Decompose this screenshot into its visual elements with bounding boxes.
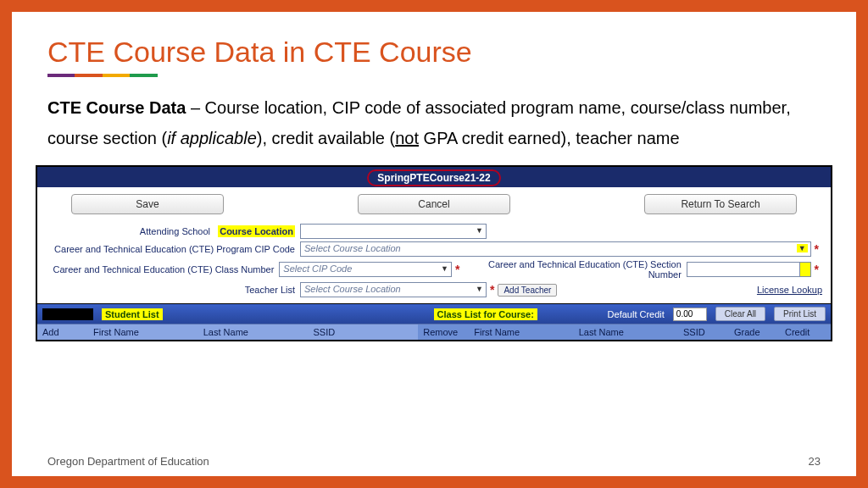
required-star-icon: * bbox=[490, 283, 494, 297]
return-button[interactable]: Return To Search bbox=[644, 194, 797, 214]
col-ssid: SSID bbox=[678, 324, 729, 340]
license-lookup-link[interactable]: License Lookup bbox=[757, 285, 822, 295]
teacher-list-label: Teacher List bbox=[46, 285, 300, 295]
desc-p3: GPA credit earned), teacher name bbox=[419, 129, 680, 147]
class-number-label: Career and Technical Education (CTE) Cla… bbox=[46, 264, 279, 274]
default-credit-label: Default Credit bbox=[608, 309, 665, 319]
col-grade: Grade bbox=[729, 324, 780, 340]
col-credit: Credit bbox=[780, 324, 831, 340]
col-last-name: Last Name bbox=[198, 324, 309, 340]
col-first-name: First Name bbox=[88, 324, 198, 340]
desc-italic: if applicable bbox=[167, 129, 257, 147]
cancel-button[interactable]: Cancel bbox=[358, 194, 510, 214]
class-list-tag: Class List for Course: bbox=[434, 308, 537, 320]
student-list-tag: Student List bbox=[102, 308, 163, 320]
required-star-icon: * bbox=[455, 263, 459, 276]
cip-label: Career and Technical Education (CTE) Pro… bbox=[46, 244, 300, 254]
footer-org: Oregon Department of Education bbox=[47, 455, 209, 468]
cip-select[interactable]: Select Course Location bbox=[300, 241, 811, 257]
app-screenshot: SpringPTECourse21-22 Save Cancel Return … bbox=[36, 165, 832, 341]
desc-bold: CTE Course Data bbox=[47, 98, 186, 117]
slide-title: CTE Course Data in CTE Course bbox=[47, 36, 856, 69]
print-list-button[interactable]: Print List bbox=[774, 307, 826, 321]
default-credit-input[interactable] bbox=[673, 308, 707, 321]
title-underline bbox=[47, 74, 158, 77]
col-last-name: Last Name bbox=[574, 324, 678, 340]
section-number-input[interactable] bbox=[687, 262, 811, 277]
course-location-label: Course Location bbox=[218, 225, 295, 237]
col-first-name: First Name bbox=[469, 324, 573, 340]
col-remove: Remove bbox=[418, 324, 469, 340]
col-add: Add bbox=[37, 324, 88, 340]
class-number-select[interactable]: Select CIP Code bbox=[279, 262, 452, 277]
col-ssid: SSID bbox=[309, 324, 419, 340]
required-star-icon: * bbox=[815, 263, 819, 276]
section-number-label: Career and Technical Education (CTE) Sec… bbox=[463, 259, 686, 280]
add-teacher-button[interactable]: Add Teacher bbox=[498, 284, 557, 297]
desc-underline: not bbox=[395, 129, 419, 147]
page-number: 23 bbox=[809, 455, 821, 468]
attending-school-group: Attending School Course Location bbox=[46, 226, 300, 236]
attending-school-label: Attending School bbox=[140, 226, 210, 236]
required-star-icon: * bbox=[815, 242, 819, 256]
save-button[interactable]: Save bbox=[71, 194, 224, 214]
clear-all-button[interactable]: Clear All bbox=[715, 307, 765, 321]
course-tab[interactable]: SpringPTECourse21-22 bbox=[367, 169, 500, 186]
redacted-area bbox=[42, 308, 93, 320]
description: CTE Course Data – Course location, CIP c… bbox=[47, 92, 821, 153]
teacher-select[interactable]: Select Course Location bbox=[300, 282, 487, 297]
desc-p2: ), credit available ( bbox=[257, 129, 395, 147]
course-location-select[interactable] bbox=[300, 224, 487, 239]
app-header: SpringPTECourse21-22 bbox=[37, 167, 831, 187]
